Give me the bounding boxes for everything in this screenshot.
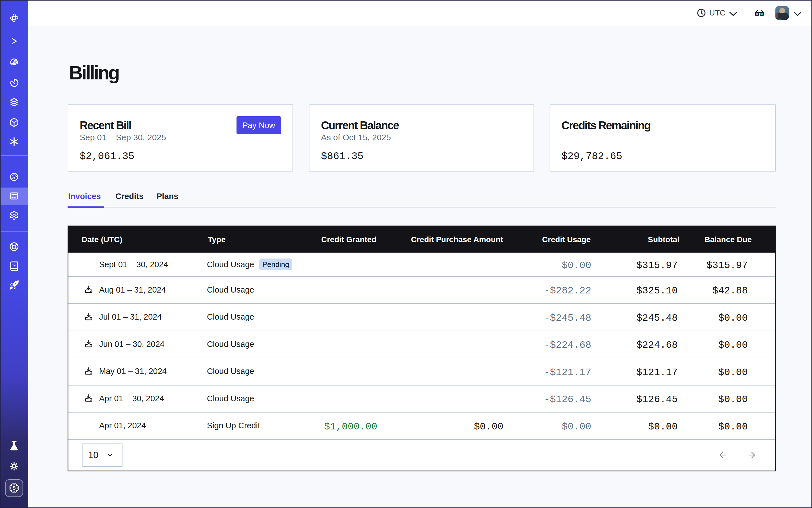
svg-text:$: $ <box>13 485 15 491</box>
